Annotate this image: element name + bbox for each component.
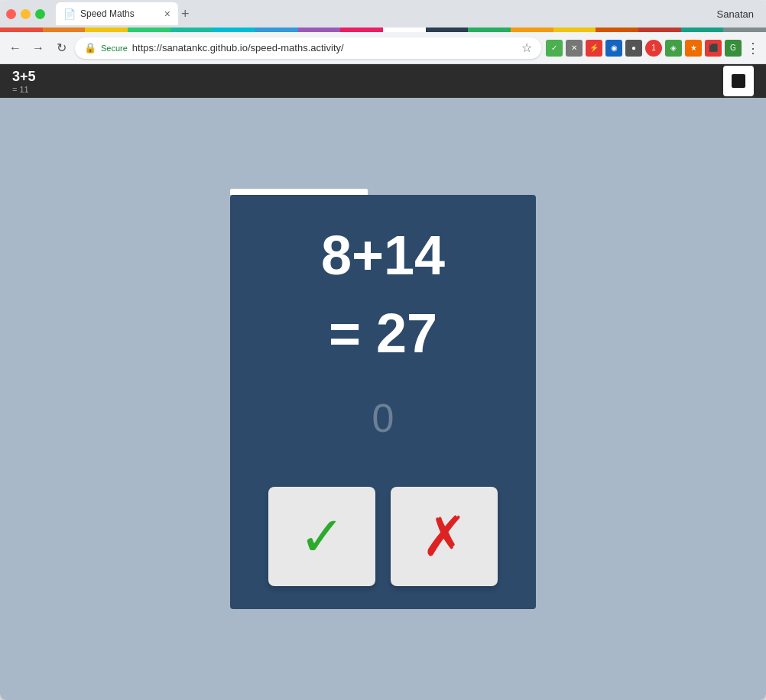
- extension-icon-4[interactable]: ◉: [605, 40, 622, 57]
- checkmark-icon: ✓: [299, 504, 345, 569]
- address-input[interactable]: 🔒 Secure https://sanatankc.github.io/spe…: [75, 37, 541, 59]
- secure-badge: Secure: [101, 44, 128, 53]
- score-value: 0: [372, 395, 394, 441]
- traffic-lights: [6, 9, 45, 19]
- progress-bar-container: [230, 189, 536, 195]
- extension-icon-9[interactable]: ⬛: [705, 40, 722, 57]
- forward-button[interactable]: →: [29, 39, 47, 57]
- close-button[interactable]: [6, 9, 16, 19]
- extension-icon-2[interactable]: ✕: [566, 40, 583, 57]
- tab-title: Speed Maths: [80, 8, 135, 19]
- score-sub: = 11: [12, 85, 36, 94]
- extension-icon-7[interactable]: ◈: [665, 40, 682, 57]
- extension-icon-10[interactable]: G: [725, 40, 742, 57]
- extension-icon-5[interactable]: ●: [625, 40, 642, 57]
- stop-icon: [732, 74, 745, 88]
- tab-close-button[interactable]: ×: [164, 8, 170, 20]
- active-tab[interactable]: 📄 Speed Maths ×: [56, 2, 178, 25]
- minimize-button[interactable]: [21, 9, 31, 19]
- profile-name: Sanatan: [717, 8, 760, 20]
- address-bar: ← → ↻ 🔒 Secure https://sanatankc.github.…: [0, 32, 766, 64]
- correct-button[interactable]: ✓: [268, 487, 375, 586]
- tab-favicon: 📄: [63, 8, 76, 20]
- stop-button[interactable]: [723, 66, 754, 96]
- browser-window: 📄 Speed Maths × + Sanatan ←: [0, 0, 766, 700]
- chrome-menu-button[interactable]: ⋮: [746, 40, 760, 57]
- progress-bar-fill: [230, 189, 368, 195]
- maximize-button[interactable]: [35, 9, 45, 19]
- button-row: ✓ ✗: [268, 487, 498, 586]
- title-bar: 📄 Speed Maths × + Sanatan: [0, 0, 766, 28]
- crossmark-icon: ✗: [421, 504, 467, 569]
- refresh-button[interactable]: ↻: [52, 39, 70, 57]
- math-result: = 27: [329, 302, 437, 365]
- tab-bar: 📄 Speed Maths × +: [56, 2, 712, 25]
- card-container: 8+14 = 27 0 ✓ ✗: [230, 189, 536, 608]
- new-tab-button[interactable]: +: [181, 6, 190, 22]
- extension-icon-3[interactable]: ⚡: [586, 40, 602, 57]
- back-button[interactable]: ←: [6, 39, 24, 57]
- extension-icon-8[interactable]: ★: [685, 40, 702, 57]
- wrong-button[interactable]: ✗: [391, 487, 498, 586]
- toolbar-icons: ✓ ✕ ⚡ ◉ ● 1 ◈ ★ ⬛ G: [546, 40, 742, 57]
- main-content: 8+14 = 27 0 ✓ ✗: [0, 98, 766, 700]
- bookmark-icon[interactable]: ☆: [521, 41, 532, 55]
- score-expression: 3+5: [12, 69, 36, 85]
- math-equation: 8+14: [321, 225, 445, 286]
- activity-bar: 3+5 = 11: [0, 64, 766, 98]
- extension-icon-1[interactable]: ✓: [546, 40, 563, 57]
- extension-icon-6[interactable]: 1: [645, 40, 662, 57]
- game-card: 8+14 = 27 0 ✓ ✗: [230, 195, 536, 608]
- address-text: https://sanatankc.github.io/speed-maths.…: [132, 42, 344, 53]
